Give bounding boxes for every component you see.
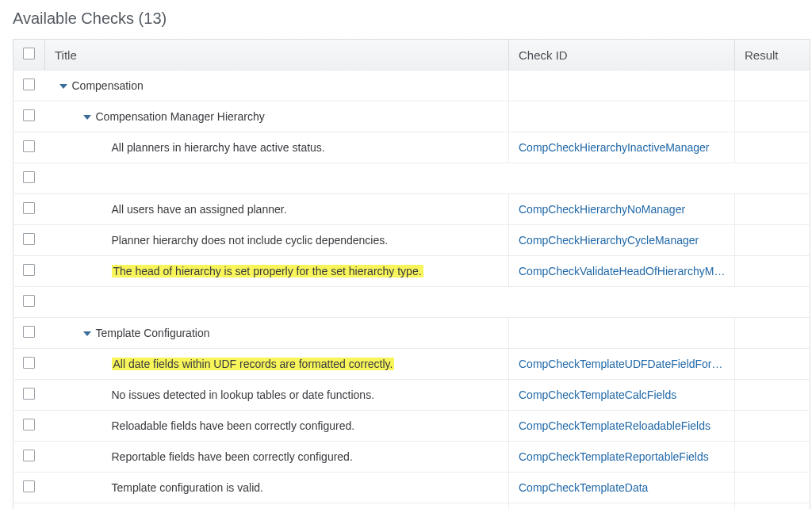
item-title-cell: Planner hierarchy does not include cycli… [45, 225, 509, 256]
row-label: No issues detected in lookup tables or d… [112, 388, 375, 401]
item-title: Template configuration is valid. [55, 481, 500, 494]
table-row: Compensation Manager Hierarchy [13, 101, 810, 132]
row-checkbox[interactable] [23, 357, 35, 369]
row-checkbox-cell [13, 132, 45, 163]
table-row: Planner hierarchy does not include cycli… [13, 225, 810, 256]
row-checkbox[interactable] [23, 78, 35, 90]
row-checkbox-cell [13, 318, 45, 349]
item-title-cell: All date fields within UDF records are f… [45, 349, 509, 380]
table-row: No issues detected in lookup tables or d… [13, 380, 810, 411]
check-id-link[interactable]: CompCheckTemplateReloadableFields [519, 419, 710, 432]
checks-table: Title Check ID Result CompensationCompen… [13, 39, 810, 509]
table-header-row: Title Check ID Result [13, 40, 810, 71]
row-checkbox[interactable] [23, 109, 35, 121]
check-id-link[interactable]: CompCheckValidateHeadOfHierarchyM… [519, 265, 725, 277]
check-id-link[interactable]: CompCheckTemplateReportableFields [519, 450, 709, 463]
row-label: Planner hierarchy does not include cycli… [112, 234, 389, 247]
row-checkbox[interactable] [23, 295, 35, 307]
table-row [13, 287, 810, 318]
row-checkbox[interactable] [23, 450, 35, 461]
row-checkbox[interactable] [23, 233, 35, 245]
item-title-cell: Template configuration is valid. [45, 473, 509, 503]
check-id-link[interactable]: CompCheckHierarchyInactiveManager [519, 141, 709, 154]
row-checkbox[interactable] [23, 264, 35, 276]
row-checkbox[interactable] [23, 202, 35, 214]
chevron-down-icon [83, 115, 91, 120]
check-id-cell [509, 71, 735, 101]
row-checkbox-cell [13, 194, 45, 225]
item-title: No issues detected in lookup tables or d… [55, 388, 500, 401]
result-cell [735, 132, 810, 163]
row-checkbox-cell [13, 503, 45, 510]
check-id-cell: CompCheckValidateHeadOfHierarchyM… [509, 256, 735, 287]
spacer-cell [45, 163, 810, 194]
check-id-cell: CompCheckTemplateReloadableFields [509, 411, 735, 442]
result-cell [735, 71, 810, 101]
result-cell [735, 473, 810, 503]
column-header-result[interactable]: Result [735, 40, 810, 71]
expand-toggle[interactable] [83, 327, 96, 339]
check-id-cell: CompCheckTemplateCalcFields [509, 380, 735, 411]
table-row [13, 163, 810, 194]
table-row: All planners in hierarchy have active st… [13, 132, 810, 163]
table-row: Template Configuration [13, 318, 810, 349]
row-checkbox[interactable] [23, 171, 35, 183]
group-toggle[interactable]: Compensation [55, 79, 500, 92]
row-label: Reportable fields have been correctly co… [112, 450, 353, 463]
result-cell [735, 442, 810, 473]
table-row: All date fields within UDF records are f… [13, 349, 810, 380]
result-cell [735, 101, 810, 132]
group-toggle[interactable]: Template Configuration [55, 327, 500, 339]
spacer-cell [45, 287, 810, 318]
table-row: All users have an assigned planner.CompC… [13, 194, 810, 225]
item-title: All users have an assigned planner. [55, 203, 500, 216]
check-id-cell: CompCheckTemplateUDFDateFieldFor… [509, 349, 735, 380]
column-header-title[interactable]: Title [45, 40, 509, 71]
group-title-cell: Compensation [45, 71, 509, 101]
item-title: Planner hierarchy does not include cycli… [55, 234, 500, 247]
item-title-cell: No issues detected in lookup tables or d… [45, 380, 509, 411]
check-id-link[interactable]: CompCheckTemplateUDFDateFieldFor… [519, 358, 723, 370]
check-id-link[interactable]: CompCheckTemplateCalcFields [519, 388, 676, 401]
check-id-link[interactable]: CompCheckHierarchyCycleManager [519, 234, 699, 247]
chevron-down-icon [83, 331, 91, 336]
row-label: All date fields within UDF records are f… [112, 358, 395, 370]
page-title: Available Checks (13) [13, 10, 799, 28]
table-row: Compensation [13, 71, 810, 101]
item-title-cell: All users have an assigned planner. [45, 194, 509, 225]
group-title-cell: Compensation Manager Hierarchy [45, 101, 509, 132]
check-id-cell: CompCheckTemplateData [509, 473, 735, 503]
item-title-cell: All planners in hierarchy have active st… [45, 132, 509, 163]
check-id-cell [509, 318, 735, 349]
item-title: The head of hierarchy is set properly fo… [55, 265, 500, 277]
table-row: Reloadable fields have been correctly co… [13, 411, 810, 442]
row-checkbox[interactable] [23, 480, 35, 492]
row-checkbox-cell [13, 380, 45, 411]
row-checkbox[interactable] [23, 388, 35, 400]
row-checkbox[interactable] [23, 140, 35, 152]
check-id-cell [509, 101, 735, 132]
check-id-link[interactable]: CompCheckTemplateData [519, 481, 648, 494]
result-cell [735, 256, 810, 287]
expand-toggle[interactable] [83, 110, 96, 123]
select-all-checkbox[interactable] [23, 48, 35, 59]
row-label: Compensation [72, 79, 144, 92]
item-title-cell: Reportable fields have been correctly co… [45, 442, 509, 473]
row-checkbox[interactable] [23, 419, 35, 431]
item-title-cell: Reloadable fields have been correctly co… [45, 411, 509, 442]
row-checkbox[interactable] [23, 326, 35, 338]
group-toggle[interactable]: Compensation Manager Hierarchy [55, 110, 500, 123]
check-id-cell: CompCheckHierarchyInactiveManager [509, 132, 735, 163]
result-cell [735, 380, 810, 411]
column-header-check-id[interactable]: Check ID [509, 40, 735, 71]
row-label: Template Configuration [96, 327, 210, 339]
row-label: All users have an assigned planner. [112, 203, 287, 216]
group-title-cell: Template Configuration [45, 318, 509, 349]
expand-toggle[interactable] [59, 79, 72, 92]
column-header-checkbox [13, 40, 45, 71]
check-id-link[interactable]: CompCheckHierarchyNoManager [519, 203, 685, 216]
row-label: All planners in hierarchy have active st… [112, 141, 325, 154]
row-label: Template configuration is valid. [112, 481, 263, 494]
row-checkbox-cell [13, 287, 45, 318]
item-title-cell: The head of hierarchy is set properly fo… [45, 256, 509, 287]
